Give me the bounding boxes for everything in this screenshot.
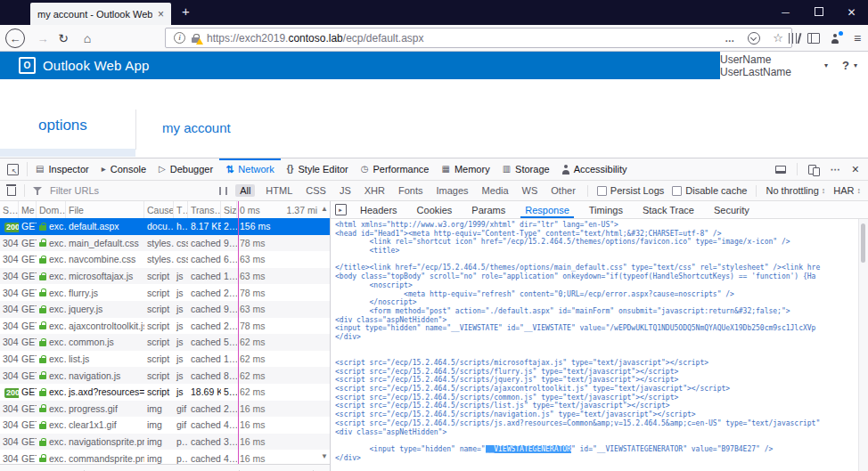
forward-button[interactable]: → xyxy=(32,28,53,49)
detail-tab-params[interactable]: Params xyxy=(462,201,515,218)
clear-requests-icon[interactable] xyxy=(7,187,16,196)
request-row[interactable]: 304 GET exc… jquery.js script js cached … xyxy=(0,301,330,318)
code-text: </div> xyxy=(335,454,361,462)
request-row[interactable]: 304 GET exc… list.js script js cached 1…… xyxy=(0,351,330,368)
detail-tab-security[interactable]: Security xyxy=(704,201,759,218)
filter-media[interactable]: Media xyxy=(479,184,512,197)
har-menu[interactable]: HAR↕ xyxy=(833,185,861,196)
devtools-menu-icon[interactable]: ⋯ xyxy=(831,164,841,175)
request-row[interactable]: 304 GET exc… commandsprite.png img p… ca… xyxy=(0,450,330,464)
filter-all[interactable]: All xyxy=(235,184,255,197)
col-type[interactable]: T… xyxy=(174,201,188,218)
pause-recording-icon[interactable] xyxy=(219,187,227,195)
minimize-button[interactable]: ─ xyxy=(769,6,802,19)
user-menu-caret-icon[interactable]: ▾ xyxy=(824,61,828,69)
domain-cell: exc… xyxy=(37,419,66,430)
tab-style-editor[interactable]: {} Style Editor xyxy=(281,158,355,180)
menu-button[interactable]: ≡ xyxy=(848,29,867,47)
info-icon[interactable]: i xyxy=(174,32,185,44)
detail-tab-cookies[interactable]: Cookies xyxy=(407,201,463,218)
col-size[interactable]: Siz xyxy=(221,201,237,218)
detail-tab-headers[interactable]: Headers xyxy=(350,201,407,218)
help-button[interactable]: ? xyxy=(842,59,849,72)
filter-js[interactable]: JS xyxy=(337,184,354,197)
scroll-up-icon[interactable]: ▲ xyxy=(321,205,328,213)
bookmark-star-icon[interactable]: ☆ xyxy=(773,31,783,45)
code-line: <script src="/ecp/15.2.464.5/scripts/jqu… xyxy=(335,376,859,385)
detail-tab-response[interactable]: Response xyxy=(515,201,579,218)
request-row[interactable]: 304 GET exc… navigation.js script js cac… xyxy=(0,367,330,384)
request-row[interactable]: 304 GET exc… clear1x1.gif img gif cached… xyxy=(0,417,330,434)
col-waterfall[interactable]: 0 ms1.37 mi xyxy=(237,201,330,218)
scroll-down-icon[interactable]: ▼ xyxy=(321,452,328,460)
pocket-icon[interactable] xyxy=(748,32,760,45)
insecure-lock-icon[interactable] xyxy=(192,34,200,43)
filter-fonts[interactable]: Fonts xyxy=(396,184,426,197)
request-row[interactable]: 304 GET exc… progress.gif img gif cached… xyxy=(0,401,330,418)
expand-details-button[interactable]: ▸ xyxy=(331,201,350,218)
throttling-select[interactable]: No throttling↕ xyxy=(766,185,825,196)
tab-accessibility[interactable]: Accessibility xyxy=(556,158,634,180)
tab-network[interactable]: ⇅ Network xyxy=(219,158,281,180)
scrollbar-thumb[interactable] xyxy=(861,223,865,263)
tab-inspector[interactable]: ▤ Inspector xyxy=(29,158,95,180)
disable-cache-toggle[interactable]: Disable cache xyxy=(672,185,747,196)
page-actions-icon[interactable]: … xyxy=(725,33,735,44)
tab-my-account[interactable]: my account xyxy=(162,120,231,135)
dock-bottom-icon[interactable] xyxy=(775,166,786,174)
tab-close-icon[interactable]: × xyxy=(158,8,164,20)
devtools-close-icon[interactable]: × xyxy=(852,162,859,176)
request-row[interactable]: 200 GET exc… default.aspx docu… h… 8.17 … xyxy=(0,218,330,235)
request-row[interactable]: 304 GET exc… common.js script js cached … xyxy=(0,334,330,351)
request-row[interactable]: 304 GET exc… flurry.js script js cached … xyxy=(0,284,330,301)
back-button[interactable]: ← xyxy=(5,28,25,48)
detail-tab-timings[interactable]: Timings xyxy=(579,201,633,218)
browser-tab[interactable]: my account - Outlook Web App × xyxy=(30,3,171,25)
request-row[interactable]: 304 GET exc… ajaxcontroltoolkit.js scrip… xyxy=(0,318,330,335)
col-file[interactable]: File xyxy=(66,201,144,218)
filter-other[interactable]: Other xyxy=(548,184,578,197)
waterfall-time: 156 ms xyxy=(237,221,330,231)
request-list: S… Me Dom… File Cause T… Trans… Siz 0 ms… xyxy=(0,201,330,471)
detail-tab-stack-trace[interactable]: Stack Trace xyxy=(633,201,704,218)
new-tab-button[interactable]: + xyxy=(182,4,190,19)
request-row[interactable]: 304 GET exc… main_default.css styles… cs… xyxy=(0,235,330,252)
col-method[interactable]: Me xyxy=(19,201,37,218)
request-row[interactable]: 304 GET exc… microsoftajax.js script js … xyxy=(0,268,330,285)
filter-ws[interactable]: WS xyxy=(520,184,541,197)
type-cell: js xyxy=(174,321,188,331)
response-scrollbar[interactable] xyxy=(858,219,868,471)
tab-debugger[interactable]: ▷ Debugger xyxy=(152,158,219,180)
col-cause[interactable]: Cause xyxy=(144,201,174,218)
col-status[interactable]: S… xyxy=(0,201,19,218)
close-window-button[interactable]: ✕ xyxy=(835,6,868,19)
maximize-button[interactable] xyxy=(802,6,835,19)
url-bar[interactable]: i https://exch2019.contoso.lab/ecp/defau… xyxy=(165,28,792,48)
col-domain[interactable]: Dom… xyxy=(37,201,66,218)
filter-html[interactable]: HTML xyxy=(263,184,295,197)
library-button[interactable] xyxy=(783,29,803,47)
home-button[interactable]: ⌂ xyxy=(77,28,98,49)
tab-memory[interactable]: ▦ Memory xyxy=(435,158,495,180)
filter-css[interactable]: CSS xyxy=(303,184,329,197)
help-caret-icon[interactable]: ▾ xyxy=(854,61,857,69)
filter-urls-input[interactable] xyxy=(48,184,212,197)
filter-xhr[interactable]: XHR xyxy=(362,184,388,197)
tab-console[interactable]: ▸ Console xyxy=(95,158,152,180)
user-menu[interactable]: UserName UserLastName xyxy=(720,53,820,78)
sidebar-button[interactable] xyxy=(804,29,823,47)
col-transferred[interactable]: Trans… xyxy=(188,201,221,218)
filter-images[interactable]: Images xyxy=(434,184,471,197)
request-row[interactable]: 200 GET exc… js.axd?resources=Co… script… xyxy=(0,384,330,401)
reload-button[interactable]: ↻ xyxy=(53,28,74,49)
request-row[interactable]: 304 GET exc… navcombine.css styles… css … xyxy=(0,251,330,268)
request-row[interactable]: 304 GET exc… navigationsprite.png img p…… xyxy=(0,434,330,451)
pick-element-button[interactable]: ↖ xyxy=(0,158,25,180)
account-button[interactable] xyxy=(825,29,845,47)
responsive-mode-icon[interactable] xyxy=(808,165,820,175)
code-text: <head id="Head1"><meta http-equiv="Conte… xyxy=(335,230,721,238)
code-text: <html xmlns="http://www.w3.org/1999/xhtm… xyxy=(335,221,618,229)
tab-performance[interactable]: ◷ Performance xyxy=(355,158,436,180)
persist-logs-toggle[interactable]: Persist Logs xyxy=(597,185,665,196)
tab-storage[interactable]: ▥ Storage xyxy=(496,158,556,180)
